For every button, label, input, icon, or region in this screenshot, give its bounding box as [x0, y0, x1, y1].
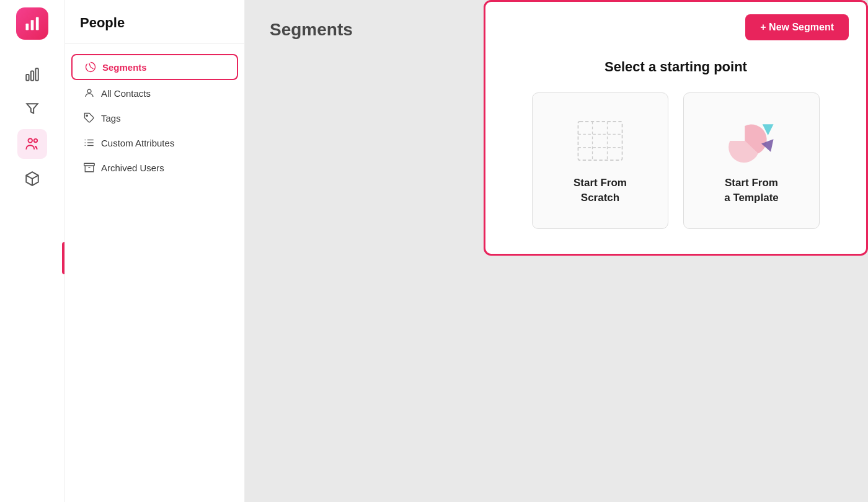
- svg-rect-18: [578, 122, 622, 160]
- sidebar-label-tags: Tags: [101, 113, 121, 123]
- sidebar-title: People: [65, 15, 244, 43]
- sidebar-label-segments: Segments: [102, 62, 147, 73]
- svg-rect-4: [31, 71, 33, 81]
- svg-point-8: [87, 89, 91, 93]
- products-nav-icon[interactable]: [17, 164, 47, 194]
- logo-button[interactable]: [16, 7, 48, 40]
- logo-icon: [24, 15, 41, 32]
- svg-point-9: [86, 115, 87, 116]
- start-from-scratch-card[interactable]: Start FromScratch: [532, 92, 668, 229]
- sidebar-divider: [65, 43, 244, 44]
- sidebar-label-custom-attributes: Custom Attributes: [101, 138, 174, 148]
- funnels-nav-icon[interactable]: [17, 94, 47, 124]
- analytics-nav-icon[interactable]: [17, 60, 47, 89]
- people-nav-icon[interactable]: [17, 129, 47, 159]
- archived-users-icon: [84, 162, 95, 173]
- sidebar-item-segments[interactable]: Segments: [71, 54, 238, 80]
- icon-rail: [0, 0, 65, 502]
- svg-rect-1: [31, 20, 34, 30]
- sidebar-item-archived-users[interactable]: Archived Users: [71, 156, 238, 179]
- svg-rect-3: [26, 74, 29, 81]
- svg-point-6: [29, 138, 33, 143]
- template-chart-icon: [724, 116, 779, 166]
- modal-title: Select a starting point: [505, 59, 846, 75]
- svg-point-7: [34, 139, 37, 142]
- segments-icon: [85, 61, 96, 73]
- sidebar-label-archived-users: Archived Users: [101, 163, 164, 173]
- main-content: Segments + New Segment Select a starting…: [245, 0, 868, 502]
- svg-rect-0: [26, 24, 29, 30]
- sidebar-label-all-contacts: All Contacts: [101, 88, 151, 99]
- sidebar: People Segments All Contacts Tags: [65, 0, 245, 502]
- new-segment-button[interactable]: + New Segment: [745, 14, 849, 40]
- active-indicator: [62, 242, 64, 274]
- modal-backdrop: + New Segment Select a starting point St…: [245, 0, 868, 502]
- scratch-card-label: Start FromScratch: [574, 176, 627, 205]
- all-contacts-icon: [84, 87, 95, 99]
- scratch-grid-icon: [572, 116, 628, 166]
- modal-panel: + New Segment Select a starting point St…: [484, 0, 868, 256]
- svg-rect-16: [84, 163, 95, 166]
- svg-rect-2: [36, 17, 39, 30]
- cards-row: Start FromScratch Start Froma Template: [505, 92, 846, 229]
- custom-attributes-icon: [84, 137, 95, 148]
- template-card-label: Start Froma Template: [724, 176, 779, 205]
- tags-icon: [84, 112, 95, 123]
- sidebar-item-tags[interactable]: Tags: [71, 106, 238, 130]
- start-from-template-card[interactable]: Start Froma Template: [683, 92, 820, 229]
- sidebar-item-custom-attributes[interactable]: Custom Attributes: [71, 131, 238, 155]
- svg-rect-5: [35, 68, 38, 81]
- sidebar-item-all-contacts[interactable]: All Contacts: [71, 81, 238, 105]
